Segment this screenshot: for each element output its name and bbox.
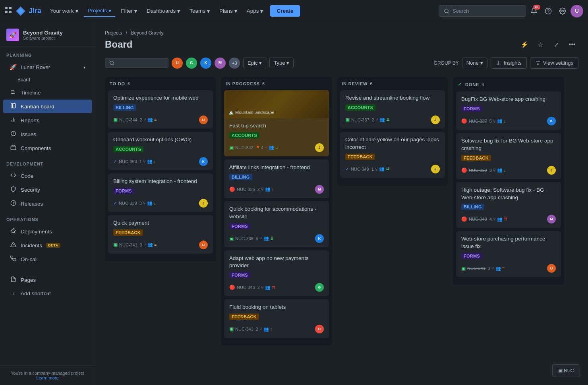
card-avatar: M	[547, 215, 556, 223]
expand-button[interactable]: ⤢	[550, 38, 563, 51]
issue-type-icon: ✓	[345, 166, 349, 172]
sidebar-item-reports[interactable]: Reports	[3, 114, 92, 127]
search-input[interactable]: Search	[439, 5, 526, 17]
oncall-icon	[10, 256, 17, 263]
issue-type-icon: 🔴	[229, 285, 235, 290]
sidebar-item-board-sub[interactable]: Board	[3, 74, 92, 85]
security-icon	[10, 186, 17, 193]
sidebar-item-releases[interactable]: Releases	[3, 197, 92, 210]
nav-dashboards[interactable]: Dashboards ▾	[143, 6, 184, 17]
sidebar-item-issues[interactable]: Issues	[3, 127, 92, 141]
deployments-icon	[10, 228, 17, 235]
issue-type-icon: ✓	[113, 200, 117, 206]
nav-filter[interactable]: Filter ▾	[117, 6, 141, 17]
card-nuc-339[interactable]: Billing system integration - frontend FO…	[108, 173, 213, 212]
nav-projects[interactable]: Projects ▾	[84, 5, 116, 17]
create-button[interactable]: Create	[270, 5, 300, 17]
grid-icon[interactable]	[5, 6, 12, 15]
sidebar-item-timeline[interactable]: Timeline	[3, 86, 92, 99]
sidebar-item-deployments[interactable]: Deployments	[3, 225, 92, 238]
sidebar-item-security[interactable]: Security	[3, 183, 92, 196]
card-nuc-349[interactable]: Color of pale yellow on our pages looks …	[340, 132, 445, 178]
kanban-icon	[10, 103, 17, 110]
card-nuc-360[interactable]: Onboard workout options (OWO) ACCOUNTS ✓…	[108, 132, 213, 170]
sidebar-item-lunar-rover[interactable]: 🚀 Lunar Rover ▾	[3, 60, 92, 74]
card-nuc-346[interactable]: Adapt web app no new payments provider F…	[224, 250, 329, 296]
project-icon: 🚀	[6, 29, 19, 41]
operations-section-label: OPERATIONS	[0, 211, 95, 224]
star-button[interactable]: ☆	[534, 38, 547, 51]
card-nuc-337[interactable]: BugFix BG Web-store app crashing FORMS 🔴…	[456, 91, 561, 130]
svg-rect-10	[11, 104, 15, 108]
nav-icon-group: 9+ U	[528, 5, 583, 17]
avatar-more-button[interactable]: +3	[229, 58, 240, 69]
card-nuc-340[interactable]: High outage: Software bug fix - BG Web-s…	[456, 182, 561, 228]
card-nuc-344[interactable]: Optimize experience for mobile web BILLI…	[108, 90, 213, 129]
board-search[interactable]	[105, 58, 168, 68]
card-avatar: J	[431, 116, 440, 124]
card-nuc-341-todo[interactable]: Quick payment FEEDBACK ▣ NUC-341 3 ⑂ 👥 =…	[108, 215, 213, 254]
issue-type-icon: ▣	[229, 145, 234, 150]
card-avatar: U	[547, 264, 556, 273]
nav-plans[interactable]: Plans ▾	[215, 6, 241, 17]
learn-more-link[interactable]: Learn more	[36, 375, 58, 380]
group-by-select[interactable]: None ▾	[462, 58, 487, 68]
card-nuc-341-done[interactable]: Web-store purchasing performance issue f…	[456, 231, 561, 277]
breadcrumb-project[interactable]: Beyond Gravity	[131, 30, 163, 36]
view-settings-button[interactable]: View settings	[530, 57, 578, 69]
column-header-done: ✓ DONE 6	[456, 81, 561, 87]
logo-text: Jira	[29, 7, 41, 15]
card-image: 🏔️ Mountain landscape	[224, 90, 329, 118]
sidebar-item-add-shortcut[interactable]: + Add shortcut	[3, 287, 92, 300]
svg-rect-0	[5, 7, 8, 9]
pages-icon	[10, 276, 17, 283]
nav-teams[interactable]: Teams ▾	[186, 6, 214, 17]
card-nuc-342[interactable]: 🏔️ Mountain landscape Fast trip search A…	[224, 90, 329, 156]
sidebar-item-kanban[interactable]: Kanban board	[3, 100, 92, 113]
breadcrumb-projects[interactable]: Projects	[105, 30, 122, 36]
column-todo: TO DO 6 Optimize experience for mobile w…	[105, 77, 216, 262]
reports-icon	[10, 117, 17, 124]
settings-button[interactable]	[556, 5, 569, 17]
lightning-button[interactable]: ⚡	[518, 38, 531, 51]
card-nuc-343[interactable]: Fluid booking on tablets FEEDBACK ▣ NUC-…	[224, 299, 329, 338]
card-nuc-367[interactable]: Revise and streamline booking flow ACCOU…	[340, 90, 445, 129]
sidebar-item-oncall[interactable]: On-call	[3, 252, 92, 266]
avatar-filter-3[interactable]: K	[200, 58, 211, 69]
notifications-button[interactable]: 9+	[528, 5, 540, 17]
card-nuc-339-done[interactable]: Software bug fix for BG Web-store app cr…	[456, 133, 561, 179]
issue-type-icon: ▣	[229, 326, 234, 332]
sidebar-item-incidents[interactable]: Incidents BETA	[3, 239, 92, 252]
project-type: Software project	[23, 36, 63, 40]
type-filter-button[interactable]: Type ▾	[269, 58, 294, 68]
help-button[interactable]	[542, 5, 555, 17]
components-icon	[10, 144, 17, 152]
svg-rect-3	[9, 11, 12, 13]
sidebar-item-components[interactable]: Components	[3, 141, 92, 155]
card-nuc-336[interactable]: Quick booking for accommodations - websi…	[224, 201, 329, 247]
top-navigation: Jira Your work ▾ Projects ▾ Filter ▾ Das…	[0, 0, 588, 22]
avatar-filter-1[interactable]: U	[172, 58, 183, 69]
column-in-progress: IN PROGRESS 6 🏔️ Mountain landscape Fast…	[221, 77, 332, 346]
issue-type-icon: ▣	[229, 236, 234, 241]
epic-filter-button[interactable]: Epic ▾	[243, 58, 266, 68]
sidebar-item-code[interactable]: Code	[3, 169, 92, 183]
issue-type-icon: ▣	[345, 117, 350, 123]
jira-logo[interactable]: Jira	[15, 6, 41, 17]
sidebar: 🚀 Beyond Gravity Software project PLANNI…	[0, 22, 95, 385]
issue-type-icon: ▣	[113, 242, 118, 248]
column-done: ✓ DONE 6 BugFix BG Web-store app crashin…	[453, 77, 564, 285]
nav-your-work[interactable]: Your work ▾	[46, 6, 82, 17]
insights-button[interactable]: Insights	[491, 57, 527, 69]
card-nuc-335[interactable]: Affiliate links integration - frontend B…	[224, 160, 329, 198]
more-options-button[interactable]: •••	[566, 38, 578, 51]
nav-apps[interactable]: Apps ▾	[243, 6, 267, 17]
sidebar-item-pages[interactable]: Pages	[3, 273, 92, 287]
issue-type-icon: 🔴	[461, 167, 467, 173]
card-avatar: J	[199, 199, 208, 208]
user-avatar[interactable]: U	[571, 5, 583, 17]
avatar-filter-4[interactable]: M	[215, 58, 226, 69]
kanban-board: TO DO 6 Optimize experience for mobile w…	[105, 77, 578, 354]
card-avatar: J	[315, 143, 324, 152]
avatar-filter-2[interactable]: G	[186, 58, 197, 69]
